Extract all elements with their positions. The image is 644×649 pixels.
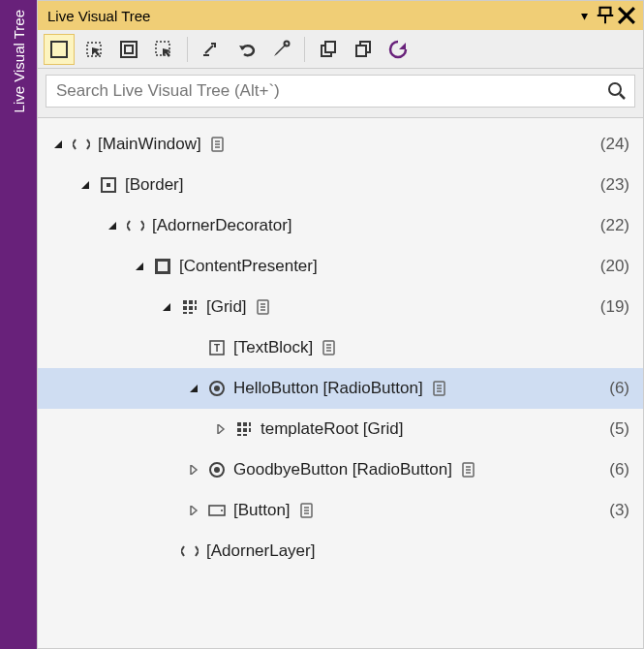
tree-row[interactable]: [Border](23) bbox=[38, 165, 643, 205]
view-source-icon[interactable] bbox=[298, 502, 316, 519]
selection-button[interactable] bbox=[78, 34, 109, 65]
angles-icon bbox=[179, 541, 200, 562]
descendant-count: (23) bbox=[600, 175, 629, 195]
tree-row[interactable]: [Button](3) bbox=[38, 490, 643, 531]
display-options-button[interactable] bbox=[148, 34, 179, 65]
search-input[interactable] bbox=[54, 80, 607, 102]
descendant-count: (5) bbox=[609, 419, 629, 439]
expander-expanded-icon[interactable] bbox=[131, 258, 148, 275]
descendant-count: (3) bbox=[609, 501, 629, 520]
collapse-all-button[interactable] bbox=[313, 34, 344, 65]
svg-rect-25 bbox=[600, 8, 611, 15]
textblock-icon bbox=[206, 337, 228, 358]
tree-item-label: HelloButton [RadioButton] bbox=[233, 379, 423, 398]
descendant-count: (20) bbox=[600, 257, 629, 276]
svg-rect-33 bbox=[125, 46, 133, 53]
tree-item-label: [AdornerLayer] bbox=[206, 541, 315, 561]
tree-row[interactable]: templateRoot [Grid](5) bbox=[38, 409, 643, 449]
tree-item-label: [TextBlock] bbox=[233, 338, 313, 357]
vertical-tab-label: Live Visual Tree bbox=[11, 10, 27, 112]
descendant-count: (24) bbox=[600, 135, 629, 154]
svg-rect-32 bbox=[121, 42, 137, 57]
undo-button[interactable] bbox=[230, 34, 261, 65]
tree-item-label: [ContentPresenter] bbox=[179, 257, 318, 276]
expander-collapsed-icon[interactable] bbox=[185, 461, 202, 479]
tree-row[interactable]: [AdornerLayer] bbox=[38, 531, 643, 572]
panel-title: Live Visual Tree bbox=[47, 8, 573, 24]
tree-item-label: templateRoot [Grid] bbox=[261, 419, 403, 439]
search-box[interactable] bbox=[46, 75, 635, 108]
tree-row[interactable]: HelloButton [RadioButton](6) bbox=[38, 368, 643, 409]
expander-expanded-icon[interactable] bbox=[185, 380, 202, 397]
svg-rect-38 bbox=[325, 42, 335, 52]
expander-none bbox=[158, 542, 175, 560]
descendant-count: (6) bbox=[609, 379, 629, 398]
layout-adorners-button[interactable] bbox=[44, 34, 75, 65]
tree-row[interactable]: [Grid](19) bbox=[38, 287, 643, 327]
button-icon bbox=[206, 500, 228, 521]
tree-row[interactable]: [AdornerDecorator](22) bbox=[38, 205, 643, 246]
angles-icon bbox=[125, 215, 146, 236]
angles-icon bbox=[71, 134, 92, 155]
tree-view[interactable]: [MainWindow](24)[Border](23)[AdornerDeco… bbox=[38, 118, 643, 648]
refresh-button[interactable] bbox=[383, 34, 414, 65]
tree-row[interactable]: [TextBlock] bbox=[38, 327, 643, 368]
vertical-tab[interactable]: Live Visual Tree bbox=[0, 0, 37, 649]
toolbar-sep bbox=[304, 37, 305, 62]
expander-none bbox=[185, 339, 202, 356]
grid-icon bbox=[179, 296, 200, 318]
settings-button[interactable] bbox=[265, 34, 296, 65]
go-to-live-button[interactable] bbox=[196, 34, 227, 65]
view-source-icon[interactable] bbox=[460, 461, 477, 479]
tree-item-label: [Border] bbox=[125, 175, 183, 195]
expand-all-button[interactable] bbox=[348, 34, 379, 65]
highlight-button[interactable] bbox=[113, 34, 144, 65]
tree-row[interactable]: [ContentPresenter](20) bbox=[38, 246, 643, 287]
panel: Live Visual Tree ▾ [MainWindow](24)[Bord… bbox=[37, 0, 644, 649]
title-bar: Live Visual Tree ▾ bbox=[38, 1, 643, 30]
search-icon[interactable] bbox=[607, 81, 627, 101]
border-icon bbox=[98, 174, 119, 196]
toolbar-sep bbox=[187, 37, 188, 62]
expander-collapsed-icon[interactable] bbox=[185, 502, 202, 519]
pin-icon[interactable] bbox=[595, 5, 616, 26]
tree-item-label: GoodbyeButton [RadioButton] bbox=[233, 460, 452, 479]
close-icon[interactable] bbox=[616, 5, 637, 26]
grid-icon bbox=[233, 418, 255, 440]
radio-icon bbox=[206, 378, 228, 399]
search-row bbox=[38, 69, 643, 118]
tree-item-label: [MainWindow] bbox=[98, 135, 201, 154]
svg-rect-40 bbox=[356, 46, 366, 56]
expander-expanded-icon[interactable] bbox=[158, 298, 175, 316]
expander-expanded-icon[interactable] bbox=[104, 217, 121, 234]
view-source-icon[interactable] bbox=[431, 380, 448, 397]
view-source-icon[interactable] bbox=[255, 298, 272, 316]
svg-rect-30 bbox=[51, 42, 67, 57]
content-icon bbox=[152, 256, 173, 277]
expander-expanded-icon[interactable] bbox=[77, 176, 94, 194]
toolbar bbox=[38, 30, 643, 69]
view-source-icon[interactable] bbox=[321, 339, 338, 356]
descendant-count: (22) bbox=[600, 216, 629, 235]
svg-point-36 bbox=[285, 41, 290, 46]
tree-row[interactable]: GoodbyeButton [RadioButton](6) bbox=[38, 449, 643, 490]
descendant-count: (6) bbox=[609, 460, 629, 479]
tree-row[interactable]: [MainWindow](24) bbox=[38, 124, 643, 165]
tree-item-label: [Button] bbox=[233, 501, 291, 520]
window-menu-icon[interactable]: ▾ bbox=[573, 5, 595, 26]
radio-icon bbox=[206, 459, 228, 480]
tree-item-label: [Grid] bbox=[206, 297, 247, 317]
descendant-count: (19) bbox=[600, 297, 629, 317]
expander-expanded-icon[interactable] bbox=[49, 136, 67, 153]
tree-item-label: [AdornerDecorator] bbox=[152, 216, 292, 235]
view-source-icon[interactable] bbox=[209, 136, 227, 153]
expander-collapsed-icon[interactable] bbox=[212, 420, 230, 438]
